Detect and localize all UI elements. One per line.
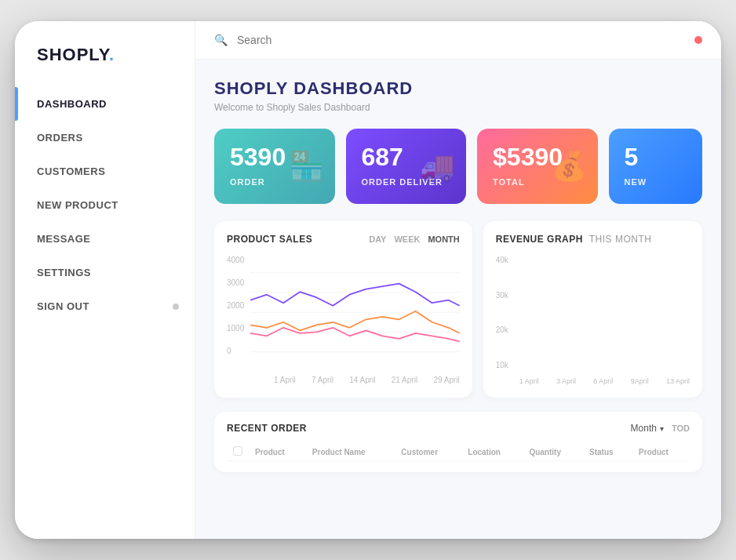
bar-y-10k: 10k (496, 361, 518, 369)
chart-filters: DAY WEEK MONTH (369, 235, 460, 244)
recent-orders: RECENT ORDER Month ▾ TOD (214, 412, 702, 472)
charts-row: PRODUCT SALES DAY WEEK MONTH 4000 3000 (214, 221, 702, 398)
y-label-0: 0 (227, 347, 250, 355)
col-product: Product (249, 443, 306, 461)
select-all-checkbox[interactable] (233, 446, 242, 456)
main-content: 🔍 SHOPLY DASHBOARD Welcome to Shoply Sal… (195, 21, 721, 539)
x-label-1april: 1 April (274, 376, 296, 384)
logo-dot: . (109, 45, 115, 64)
bar-groups (519, 256, 690, 369)
revenue-chart-header: REVENUE GRAPH THIS MONTH (496, 234, 690, 245)
app-container: SHOPLY. DASHBOARD ORDERS CUSTOMERS NEW P… (15, 21, 721, 539)
x-label-21april: 21 April (392, 376, 417, 384)
revenue-title: REVENUE GRAPH THIS MONTH (496, 234, 652, 245)
dashboard: SHOPLY DASHBOARD Welcome to Shoply Sales… (195, 60, 721, 539)
bar-x-labels: 1 April 3 April 6 April 9April 13 April (519, 377, 690, 385)
chart-header: PRODUCT SALES DAY WEEK MONTH (227, 234, 460, 245)
search-input[interactable] (237, 34, 685, 46)
sidebar: SHOPLY. DASHBOARD ORDERS CUSTOMERS NEW P… (15, 21, 195, 539)
bar-y-40k: 40k (496, 256, 518, 264)
device-frame: SHOPLY. DASHBOARD ORDERS CUSTOMERS NEW P… (15, 21, 721, 539)
col-product2: Product (632, 443, 690, 461)
filter-week[interactable]: WEEK (394, 235, 420, 244)
bar-y-labels: 40k 30k 20k 10k (496, 256, 518, 369)
filter-day[interactable]: DAY (369, 235, 386, 244)
x-axis-labels: 1 April 7 April 14 April 21 April 29 Apr… (250, 373, 460, 384)
month-filter-dropdown[interactable]: Month ▾ (631, 423, 664, 434)
y-label-4000: 4000 (227, 256, 250, 264)
line-chart-svg (250, 256, 460, 369)
x-label-14april: 14 April (349, 376, 375, 384)
stat-deliver-icon: 🚚 (420, 150, 455, 183)
page-subtitle: Welcome to Shoply Sales Dashboard (214, 102, 702, 113)
table-header-row: Product Product Name Customer Location Q… (227, 443, 690, 461)
stat-new-label: NEW (625, 177, 647, 187)
page-title: SHOPLY DASHBOARD (214, 78, 702, 99)
stat-orders-icon: 🏪 (289, 150, 324, 183)
sidebar-dot (173, 304, 179, 310)
sidebar-item-message[interactable]: MESSAGE (15, 222, 195, 256)
y-axis-labels: 4000 3000 2000 1000 0 (227, 256, 250, 369)
bar-y-30k: 30k (496, 291, 518, 300)
sidebar-item-new-product[interactable]: NEW PRODUCT (15, 188, 195, 222)
col-location: Location (461, 443, 523, 461)
chevron-down-icon: ▾ (660, 424, 664, 433)
bar-x-1april: 1 April (519, 377, 539, 385)
bar-y-20k: 20k (496, 325, 518, 334)
y-label-3000: 3000 (227, 278, 250, 287)
x-label-29april: 29 April (433, 376, 459, 384)
header: 🔍 (195, 21, 721, 60)
x-label-7april: 7 April (312, 376, 333, 384)
col-product-name: Product Name (306, 443, 395, 461)
stat-card-deliver: 687 ORDER DELIVER 🚚 (346, 129, 467, 204)
stat-card-new: 5 NEW (609, 129, 702, 204)
sidebar-item-settings[interactable]: SETTINGS (15, 256, 195, 289)
y-label-2000: 2000 (227, 301, 250, 310)
stat-total-label: TOTAL (493, 177, 525, 187)
orders-table: Product Product Name Customer Location Q… (227, 443, 690, 461)
stat-new-number: 5 (625, 144, 687, 169)
sidebar-item-dashboard[interactable]: DASHBOARD (15, 87, 195, 121)
col-checkbox (227, 443, 249, 461)
filter-month[interactable]: MONTH (428, 235, 459, 244)
col-quantity: Quantity (523, 443, 583, 461)
sidebar-item-orders[interactable]: ORDERS (15, 121, 195, 155)
col-status: Status (583, 443, 632, 461)
bar-x-3april: 3 April (556, 377, 576, 385)
logo: SHOPLY. (15, 37, 195, 87)
recent-orders-title: RECENT ORDER (227, 423, 307, 434)
bar-x-13april: 13 April (666, 377, 690, 385)
notification-dot (694, 36, 702, 44)
stat-total-icon: 💰 (552, 150, 587, 183)
stat-cards: 5390 ORDER 🏪 687 ORDER DELIVER 🚚 $5390 T… (214, 129, 702, 204)
orders-filters: Month ▾ TOD (631, 423, 690, 434)
stat-card-orders: 5390 ORDER 🏪 (214, 129, 335, 204)
search-icon: 🔍 (214, 34, 228, 46)
sidebar-item-customers[interactable]: CUSTOMERS (15, 155, 195, 188)
bar-x-6april: 6 April (593, 377, 613, 385)
product-sales-title: PRODUCT SALES (227, 234, 312, 245)
today-filter-tab[interactable]: TOD (672, 424, 690, 433)
y-label-1000: 1000 (227, 324, 250, 333)
logo-text: SHOPLY (37, 45, 109, 64)
revenue-graph-chart: REVENUE GRAPH THIS MONTH 40k 30k 20k 10k (483, 221, 702, 398)
product-sales-chart: PRODUCT SALES DAY WEEK MONTH 4000 3000 (214, 221, 472, 398)
bar-x-9april: 9April (631, 377, 649, 385)
recent-orders-header: RECENT ORDER Month ▾ TOD (227, 423, 690, 434)
col-customer: Customer (395, 443, 461, 461)
stat-orders-label: ORDER (230, 177, 265, 187)
stat-card-total: $5390 TOTAL 💰 (477, 129, 598, 204)
sidebar-item-signout[interactable]: SIGN OUT (15, 289, 195, 323)
